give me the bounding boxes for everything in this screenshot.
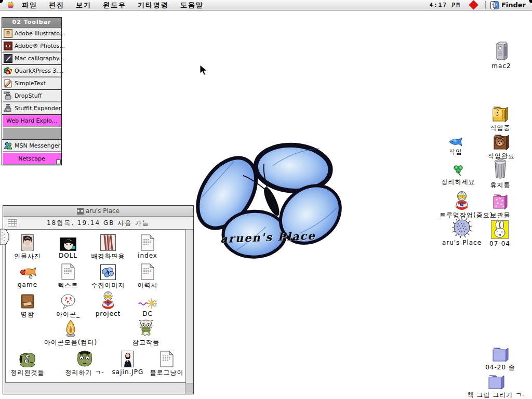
card-holder-icon bbox=[20, 294, 35, 309]
file-icon-wallpaper[interactable]: 배경화면용 bbox=[86, 232, 130, 261]
desktop-icon-label: 작업중 bbox=[478, 124, 522, 132]
desktop-icon-work[interactable]: 작업 bbox=[434, 133, 477, 156]
application-menu[interactable]: Finder bbox=[490, 1, 532, 9]
file-icon-organize[interactable]: 정리하기 ㄱ- bbox=[63, 349, 107, 377]
desktop-icon-04-20-folder[interactable]: 04-20 줄 bbox=[478, 343, 522, 372]
file-icon-reference-works[interactable]: 참고작품 bbox=[121, 318, 171, 347]
desktop-icon-trash[interactable]: 휴지통 bbox=[478, 161, 522, 190]
desktop-icon-label: 작업 bbox=[434, 148, 477, 156]
toolbar-item-quarkxpress[interactable]: QuarkXPress 3.... bbox=[2, 65, 61, 77]
red-diamond-menu-icon[interactable] bbox=[469, 0, 478, 9]
desktop-icon-work-in-progress[interactable]: 작업중 bbox=[478, 104, 522, 132]
menubar-divider bbox=[485, 1, 486, 9]
toolbar-window-title[interactable]: 02 Toolbar bbox=[2, 18, 61, 28]
file-label: 블로그냥이 bbox=[145, 368, 186, 377]
toolbar-item-label: DropStuff bbox=[15, 92, 42, 99]
file-icon-game[interactable]: game bbox=[6, 261, 49, 288]
file-icon-dc[interactable]: DC bbox=[126, 290, 169, 317]
butterfly-wallpaper bbox=[193, 128, 349, 271]
menu-help[interactable]: 도움말 bbox=[175, 0, 209, 10]
fish-car-icon bbox=[18, 265, 37, 280]
desktop-icon-book-drawing-folder[interactable]: 책 그림 그리기 ㄱ- bbox=[462, 371, 530, 399]
grid-view-icon[interactable] bbox=[8, 219, 17, 227]
owl-icon bbox=[138, 320, 154, 337]
toolbar-item-web-hard-explorer[interactable]: Web Hard Explo... bbox=[2, 115, 61, 127]
mac-tower-icon bbox=[494, 42, 509, 61]
toolbar-item-simpletext[interactable]: SimpleText bbox=[2, 77, 61, 90]
photoshop-icon bbox=[4, 42, 12, 50]
application-menu-label: Finder bbox=[501, 1, 526, 9]
text-document-icon bbox=[61, 263, 75, 280]
toolbar-item-label: Mac calligraphy... bbox=[15, 55, 64, 62]
file-label: DC bbox=[126, 310, 169, 317]
desktop-icon-mac2[interactable]: mac2 bbox=[480, 43, 523, 70]
file-label: project bbox=[86, 310, 130, 317]
toolbar-item-label: Web Hard Explo... bbox=[6, 117, 57, 124]
menu-other-commands[interactable]: 기타명령 bbox=[132, 0, 175, 10]
file-icon-portrait[interactable]: 인물사진 bbox=[6, 232, 49, 261]
screen-corner bbox=[0, 0, 3, 3]
sparkle-icon bbox=[138, 298, 157, 309]
desktop-icon-07-04[interactable]: 07-04 bbox=[478, 220, 522, 247]
desktop-icon-label: 정리하세요 bbox=[436, 178, 480, 187]
text-document-icon bbox=[141, 263, 154, 280]
zombie-face-icon bbox=[76, 351, 93, 367]
desktop-icon-label: 휴지통 bbox=[478, 181, 522, 190]
flame-icon bbox=[64, 320, 77, 337]
calligraphy-icon bbox=[4, 54, 12, 63]
file-icon-collected-images[interactable]: 수집이미지 bbox=[86, 261, 130, 290]
menu-clock[interactable]: 4:17 PM bbox=[430, 2, 461, 8]
mouse-cursor bbox=[200, 64, 208, 78]
window-resize-handle[interactable] bbox=[185, 383, 193, 394]
apple-menu[interactable] bbox=[7, 1, 14, 9]
wallpaper-photo-icon bbox=[100, 234, 116, 251]
toolbar-item-adobe-illustrator[interactable]: Adobe Illustrato... bbox=[2, 28, 61, 40]
toolbar-item-mac-calligraphy[interactable]: Mac calligraphy... bbox=[2, 52, 61, 65]
file-icon-project[interactable]: project bbox=[86, 290, 130, 317]
text-document-icon bbox=[141, 234, 154, 251]
desktop-icon-please-organize[interactable]: 정리하세요 bbox=[436, 163, 480, 187]
file-label: index bbox=[126, 252, 169, 259]
quarkxpress-icon bbox=[4, 66, 12, 75]
file-icon-icon-collection[interactable]: 아이콘모음(컴터) bbox=[42, 318, 99, 347]
file-label: 인물사진 bbox=[6, 252, 49, 261]
file-icon-text[interactable]: 텍스트 bbox=[46, 261, 90, 290]
toolbar-item-stuffit-expander[interactable]: StuffIt Expander bbox=[2, 102, 61, 115]
finder-window-title: aru's Place bbox=[86, 207, 119, 215]
toolbar-item-netscape[interactable]: Netscape bbox=[2, 152, 61, 165]
file-icon-blog-cat[interactable]: 블로그냥이 bbox=[145, 349, 186, 377]
file-icon-business-card[interactable]: 명함 bbox=[6, 290, 49, 319]
file-icon-sajin-jpg[interactable]: sajin.JPG bbox=[106, 349, 150, 376]
finder-window-header: 18항목, 19.14 GB 사용 가능 bbox=[3, 217, 193, 230]
toolbar-item-empty[interactable] bbox=[2, 127, 61, 140]
file-label: 정리하기 ㄱ- bbox=[63, 368, 107, 377]
item-count-status: 18항목, 19.14 GB 사용 가능 bbox=[3, 219, 193, 228]
desktop-icon-label: mac2 bbox=[480, 62, 523, 70]
toolbar-item-adobe-photoshop[interactable]: Adobe® Photos... bbox=[2, 40, 61, 52]
file-icon-doll[interactable]: DOLL bbox=[46, 232, 90, 259]
menu-window[interactable]: 윈도우 bbox=[97, 0, 132, 10]
desktop-icon-true-work-important[interactable]: 트루명작업(중요) bbox=[440, 191, 484, 220]
ultraman-icon bbox=[100, 291, 116, 309]
toolbar-window: 02 Toolbar Adobe Illustrato... Adobe® Ph… bbox=[2, 17, 62, 165]
file-label: 배경화면용 bbox=[86, 252, 130, 261]
file-icon-icons[interactable]: 아이콘_ bbox=[46, 290, 90, 319]
simpletext-icon bbox=[4, 79, 12, 88]
menu-view[interactable]: 보기 bbox=[70, 0, 97, 10]
menu-file[interactable]: 파일 bbox=[16, 0, 43, 10]
desktop-icon-archive[interactable]: 보관물 bbox=[478, 191, 522, 220]
woman-photo-icon bbox=[122, 351, 134, 367]
finder-window-titlebar[interactable]: aru's Place bbox=[3, 206, 193, 217]
menu-edit[interactable]: 편집 bbox=[43, 0, 70, 10]
toolbar-resize-handle[interactable] bbox=[56, 159, 61, 164]
file-icon-organized-things[interactable]: 정리된것들 bbox=[6, 349, 49, 377]
file-icon-resume[interactable]: 이력서 bbox=[126, 261, 169, 290]
desktop-icon-work-complete[interactable]: 작업완료 bbox=[480, 132, 523, 161]
toolbar-item-msn-messenger[interactable]: MSN Messenger bbox=[2, 140, 61, 152]
text-document-icon bbox=[160, 351, 174, 367]
toolbar-item-dropstuff[interactable]: DropStuff bbox=[2, 90, 61, 102]
file-icon-index[interactable]: index bbox=[126, 232, 169, 259]
drawer-pull-tab[interactable] bbox=[0, 229, 9, 247]
illustrator-icon bbox=[4, 29, 12, 38]
desktop-icon-label: 책 그림 그리기 ㄱ- bbox=[462, 391, 530, 399]
